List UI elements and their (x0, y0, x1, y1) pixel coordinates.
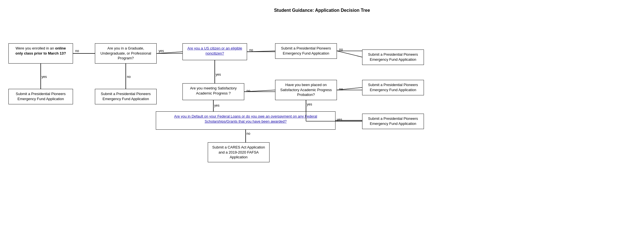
svg-line-20 (337, 51, 362, 57)
node-submit3: Submit a Presidential Pioneers Emergency… (275, 43, 337, 59)
label-no3: no (249, 48, 253, 52)
node-probation: Have you been placed on Satisfactory Aca… (275, 80, 337, 100)
node-default: Are you in Default on your Federal Loans… (156, 111, 335, 130)
label-yes2: yes (159, 49, 164, 53)
node-graduate: Are you in a Graduate, Undergraduate, or… (95, 43, 157, 64)
label-yes1: yes (42, 75, 47, 79)
label-no6: no (246, 132, 250, 136)
node-cares: Submit a CARES Act Application and a 201… (208, 142, 270, 162)
label-no4: no (246, 89, 250, 93)
label-yes4: yes (214, 104, 220, 107)
node-submit4: Submit a Presidential Pioneers Emergency… (362, 80, 424, 95)
label-yes6: yes (337, 118, 342, 122)
page-title: Student Guidance: Application Decision T… (0, 0, 644, 19)
node-submit-topright: Submit a Presidential Pioneers Emergency… (362, 50, 424, 65)
label-no5: no (339, 87, 343, 91)
citizen-link[interactable]: Are you a US citizen or an eligible nonc… (187, 46, 242, 55)
label-yes5: yes (307, 102, 312, 106)
node-submit2: Submit a Presidential Pioneers Emergency… (95, 89, 157, 104)
node-enrolled: Were you enrolled in an online only clas… (8, 43, 73, 64)
node-citizen: Are you a US citizen or an eligible nonc… (182, 43, 247, 60)
diagram: Were you enrolled in an online only clas… (0, 19, 644, 225)
node-submit1: Submit a Presidential Pioneers Emergency… (8, 89, 73, 104)
label-no-sr: no (339, 48, 343, 51)
node-sap: Are you meeting Satisfactory Academic Pr… (182, 83, 244, 100)
default-link[interactable]: Are you in Default on your Federal Loans… (174, 114, 317, 123)
label-no2: no (127, 75, 131, 79)
label-yes3: yes (216, 73, 221, 76)
label-no1: no (75, 49, 79, 53)
node-submit5: Submit a Presidential Pioneers Emergency… (362, 114, 424, 129)
